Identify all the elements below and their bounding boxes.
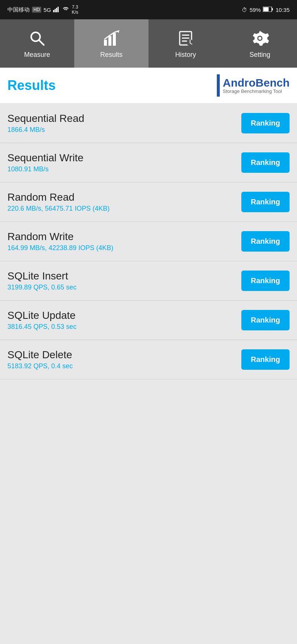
svg-rect-6: [272, 8, 273, 10]
result-list: Sequential Read 1866.4 MB/s Ranking Sequ…: [0, 104, 297, 379]
svg-rect-5: [264, 7, 269, 11]
history-icon: [176, 29, 195, 48]
hd-badge: HD: [32, 7, 41, 13]
result-info: SQLite Insert 3199.89 QPS, 0.65 sec: [7, 270, 241, 291]
result-info: Sequential Write 1080.91 MB/s: [7, 152, 241, 173]
brand-name-1: Andro: [223, 77, 255, 89]
result-value: 164.99 MB/s, 42238.89 IOPS (4KB): [7, 244, 241, 252]
svg-rect-3: [58, 7, 59, 12]
tab-measure-label: Measure: [24, 51, 50, 59]
result-item: Sequential Write 1080.91 MB/s Ranking: [0, 143, 297, 182]
svg-rect-1: [55, 9, 56, 12]
battery-percent: 59%: [249, 7, 261, 13]
result-item: SQLite Insert 3199.89 QPS, 0.65 sec Rank…: [0, 261, 297, 301]
brand-name-2: Bench: [255, 77, 290, 89]
ranking-button[interactable]: Ranking: [241, 271, 290, 291]
tab-setting-label: Setting: [249, 51, 270, 59]
search-icon: [27, 29, 47, 48]
result-value: 1866.4 MB/s: [7, 126, 241, 134]
gear-icon: [250, 29, 270, 48]
wifi-icon: [62, 6, 69, 13]
result-name: Sequential Read: [7, 113, 241, 124]
tab-measure[interactable]: Measure: [0, 19, 74, 68]
result-name: SQLite Insert: [7, 270, 241, 282]
result-value: 5183.92 QPS, 0.4 sec: [7, 362, 241, 370]
status-bar: 中国移动 HD 5G 7.3 K/s ⏱ 59% 10:35: [0, 0, 297, 19]
time-label: 10:35: [275, 7, 290, 13]
result-name: SQLite Update: [7, 310, 241, 321]
network-speed: 7.3 K/s: [72, 4, 78, 15]
ranking-button[interactable]: Ranking: [241, 192, 290, 212]
svg-rect-10: [108, 36, 111, 46]
result-name: Random Read: [7, 191, 241, 203]
bottom-space: [0, 379, 297, 528]
ranking-button[interactable]: Ranking: [241, 310, 290, 330]
result-item: SQLite Update 3816.45 QPS, 0.53 sec Rank…: [0, 301, 297, 340]
status-right: ⏱ 59% 10:35: [242, 7, 290, 13]
brand-name: AndroBench: [223, 77, 290, 89]
tab-history-label: History: [175, 51, 196, 59]
ranking-button[interactable]: Ranking: [241, 231, 290, 252]
result-info: SQLite Update 3816.45 QPS, 0.53 sec: [7, 310, 241, 331]
charging-icon: ⏱: [242, 7, 247, 13]
svg-line-8: [39, 40, 44, 45]
result-name: Sequential Write: [7, 152, 241, 164]
result-value: 220.6 MB/s, 56475.71 IOPS (4KB): [7, 205, 241, 213]
result-info: Random Write 164.99 MB/s, 42238.89 IOPS …: [7, 231, 241, 252]
tab-history[interactable]: History: [148, 19, 223, 68]
result-info: Sequential Read 1866.4 MB/s: [7, 113, 241, 134]
results-title: Results: [7, 78, 56, 93]
network-type: 5G: [43, 7, 51, 13]
signal-icon: [53, 6, 60, 13]
result-info: Random Read 220.6 MB/s, 56475.71 IOPS (4…: [7, 191, 241, 213]
result-item: Sequential Read 1866.4 MB/s Ranking: [0, 104, 297, 143]
svg-rect-16: [182, 41, 187, 42]
result-name: Random Write: [7, 231, 241, 243]
svg-rect-0: [53, 10, 54, 12]
battery-icon: [263, 7, 273, 13]
results-header: Results AndroBench Storage Benchmarking …: [0, 68, 297, 104]
ranking-button[interactable]: Ranking: [241, 113, 290, 133]
tab-results-label: Results: [100, 51, 123, 59]
svg-point-19: [258, 37, 261, 40]
ranking-button[interactable]: Ranking: [241, 349, 290, 370]
ranking-button[interactable]: Ranking: [241, 152, 290, 173]
status-left: 中国移动 HD 5G 7.3 K/s: [7, 4, 78, 15]
result-name: SQLite Delete: [7, 349, 241, 361]
svg-rect-14: [182, 35, 189, 36]
brand-sub: Storage Benchmarking Tool: [223, 89, 290, 94]
brand-text: AndroBench Storage Benchmarking Tool: [223, 77, 290, 94]
carrier-label: 中国移动: [7, 6, 30, 13]
result-value: 3199.89 QPS, 0.65 sec: [7, 284, 241, 291]
result-value: 3816.45 QPS, 0.53 sec: [7, 323, 241, 331]
svg-rect-2: [56, 8, 57, 12]
svg-rect-9: [104, 40, 107, 46]
chart-icon: [102, 29, 121, 48]
tab-results[interactable]: Results: [74, 19, 148, 68]
result-item: Random Read 220.6 MB/s, 56475.71 IOPS (4…: [0, 182, 297, 222]
svg-rect-11: [113, 33, 116, 46]
tab-setting[interactable]: Setting: [223, 19, 297, 68]
result-value: 1080.91 MB/s: [7, 165, 241, 173]
result-item: Random Write 164.99 MB/s, 42238.89 IOPS …: [0, 222, 297, 261]
result-info: SQLite Delete 5183.92 QPS, 0.4 sec: [7, 349, 241, 370]
nav-tabs: Measure Results History: [0, 19, 297, 68]
brand-bar: [217, 74, 220, 97]
result-item: SQLite Delete 5183.92 QPS, 0.4 sec Ranki…: [0, 340, 297, 379]
brand-logo: AndroBench Storage Benchmarking Tool: [217, 74, 290, 97]
svg-rect-15: [182, 38, 189, 39]
